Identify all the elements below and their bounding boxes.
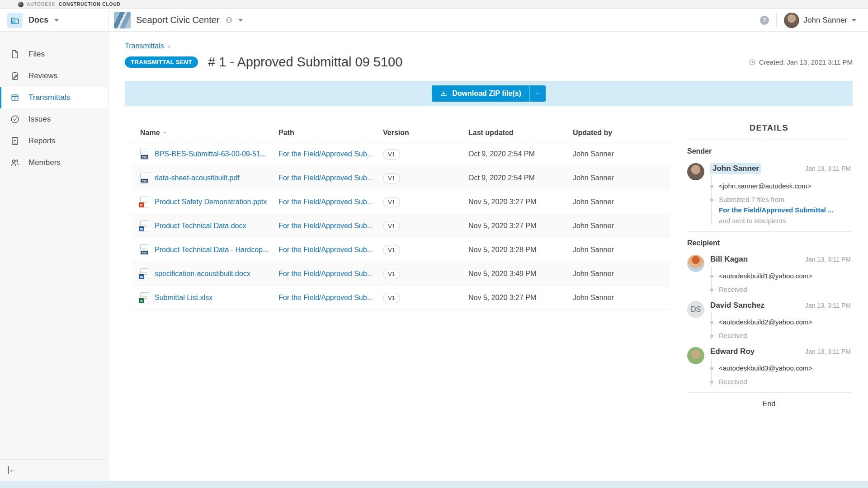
file-name-link[interactable]: specification-acoustibuilt.docx: [155, 270, 250, 278]
column-header-name[interactable]: Name: [133, 129, 271, 137]
sidebar-item-members[interactable]: Members: [0, 152, 108, 174]
file-name-link[interactable]: BPS-BES-Submittal-63-00-09-51...: [155, 150, 266, 158]
recipient-name: Bill Kagan: [710, 255, 748, 264]
divider: [687, 140, 851, 140]
last-updated-cell: Oct 9, 2020 2:54 PM: [461, 150, 566, 158]
recipient-avatar-initials: DS: [687, 301, 704, 318]
column-header-version[interactable]: Version: [376, 129, 461, 137]
sidebar-item-files[interactable]: Files: [0, 43, 108, 65]
pptx-file-icon: [140, 197, 149, 207]
chevron-right-icon: ›: [168, 42, 171, 51]
version-badge: V1: [383, 269, 400, 279]
chevron-down-icon: [54, 19, 59, 22]
last-updated-cell: Nov 5, 2020 3:28 PM: [461, 246, 566, 254]
sidebar-item-reviews[interactable]: Reviews: [0, 65, 108, 87]
file-path-link[interactable]: For the Field/Approved Sub...: [278, 174, 373, 182]
help-icon[interactable]: ?: [760, 16, 769, 25]
version-badge: V1: [383, 221, 400, 231]
version-badge: V1: [383, 245, 400, 255]
breadcrumb-transmittals-link[interactable]: Transmittals: [125, 42, 164, 50]
file-name-link[interactable]: Submittal List.xlsx: [155, 294, 212, 302]
recipient-name: Edward Roy: [710, 347, 755, 356]
created-timestamp: Created: Jan 13, 2021 3:11 PM: [749, 58, 853, 66]
sender-sent-text: and sent to Recipients: [719, 217, 851, 225]
table-row[interactable]: specification-acoustibuilt.docx For the …: [133, 262, 670, 286]
file-name-link[interactable]: Product Safety Demonstration.pptx: [155, 198, 267, 206]
recipient-time: Jan 13, 3:11 PM: [805, 256, 851, 263]
version-badge: V1: [383, 293, 400, 303]
sidebar-item-label: Members: [28, 158, 61, 167]
download-icon: [440, 90, 448, 98]
sidebar-item-reports[interactable]: Reports: [0, 130, 108, 152]
sender-section-label: Sender: [687, 147, 851, 155]
sidebar: Files Reviews Transmittals Issues Report…: [0, 32, 108, 481]
brand-bar: AUTODESK CONSTRUCTION CLOUD: [0, 0, 868, 9]
report-chart-icon: [10, 136, 20, 146]
column-header-updated-by[interactable]: Updated by: [566, 129, 670, 137]
chevron-down-icon: [852, 19, 856, 22]
updated-by-cell: John Sanner: [566, 222, 670, 230]
pdf-file-icon: [140, 244, 149, 255]
table-row[interactable]: Product Safety Demonstration.pptx For th…: [133, 190, 670, 214]
recipient-email: <autodeskbuild2@yahoo.com>: [719, 312, 851, 326]
app-header: Docs Seaport Civic Center ? John Sanner: [0, 9, 868, 32]
brand-construction-cloud: CONSTRUCTION CLOUD: [59, 2, 121, 7]
pdf-file-icon: [140, 149, 149, 160]
version-badge: V1: [383, 149, 400, 160]
project-switcher[interactable]: Seaport Civic Center: [108, 12, 243, 28]
sender-time: Jan 13, 3:11 PM: [805, 165, 851, 172]
column-header-last-updated[interactable]: Last updated: [461, 129, 566, 137]
file-path-link[interactable]: For the Field/Approved Sub...: [278, 198, 373, 206]
sender-avatar: [687, 163, 704, 180]
project-name: Seaport Civic Center: [136, 15, 220, 25]
file-name-link[interactable]: Product Technical Data - Hardcop...: [155, 246, 269, 254]
file-path-link[interactable]: For the Field/Approved Sub...: [278, 294, 373, 301]
updated-by-cell: John Sanner: [566, 270, 670, 278]
details-title: DETAILS: [687, 123, 851, 133]
docx-file-icon: [140, 268, 149, 279]
transmittal-tray-icon: [10, 93, 20, 103]
file-path-link[interactable]: For the Field/Approved Sub...: [278, 150, 373, 158]
sender-folder-link[interactable]: For the Field/Approved Submittal ...: [719, 206, 851, 214]
download-options-button[interactable]: [529, 85, 546, 102]
collapse-sidebar-icon[interactable]: |←: [7, 465, 16, 474]
sidebar-item-issues[interactable]: Issues: [0, 108, 108, 130]
updated-by-cell: John Sanner: [566, 246, 670, 254]
end-label: End: [687, 400, 851, 408]
file-path-link[interactable]: For the Field/Approved Sub...: [278, 270, 373, 277]
table-row[interactable]: data-sheet-acoustibuilt.pdf For the Fiel…: [133, 166, 670, 190]
table-row[interactable]: Product Technical Data - Hardcop... For …: [133, 238, 670, 262]
sidebar-item-label: Issues: [28, 115, 51, 124]
product-switcher[interactable]: Docs: [0, 9, 108, 31]
last-updated-cell: Oct 9, 2020 2:54 PM: [461, 174, 566, 182]
user-menu[interactable]: John Sanner: [784, 13, 856, 28]
recipient-time: Jan 13, 3:11 PM: [805, 348, 851, 355]
last-updated-cell: Nov 5, 2020 3:49 PM: [461, 270, 566, 278]
recipient-timeline: <autodeskbuild1@yahoo.com> Received: [711, 266, 851, 293]
breadcrumb: Transmittals ›: [125, 42, 853, 51]
recipient-section-label: Recipient: [687, 239, 851, 247]
file-name-link[interactable]: Product Technical Data.docx: [155, 222, 246, 230]
docs-product-icon: [7, 13, 23, 28]
brand-autodesk: AUTODESK: [27, 2, 56, 7]
chevron-down-icon: [535, 91, 540, 96]
recipient-status: Received: [719, 280, 851, 293]
clock-icon: [749, 59, 756, 66]
table-row[interactable]: Submittal List.xlsx For the Field/Approv…: [133, 286, 670, 310]
page-title: # 1 - Approved Submittal 09 5100: [208, 55, 402, 70]
file-name-link[interactable]: data-sheet-acoustibuilt.pdf: [155, 174, 240, 182]
header-right: ? John Sanner: [760, 13, 868, 28]
globe-icon: [225, 16, 233, 24]
file-path-link[interactable]: For the Field/Approved Sub...: [278, 246, 373, 253]
status-badge: TRANSMITTAL SENT: [125, 56, 198, 68]
sidebar-item-transmittals[interactable]: Transmittals: [0, 87, 108, 108]
download-zip-button[interactable]: Download ZIP file(s): [432, 85, 529, 102]
recipient-status: Received: [719, 372, 851, 385]
sidebar-item-label: Transmittals: [28, 93, 70, 102]
download-zip-split-button: Download ZIP file(s): [432, 85, 546, 102]
updated-by-cell: John Sanner: [566, 150, 670, 158]
table-row[interactable]: Product Technical Data.docx For the Fiel…: [133, 214, 670, 238]
file-path-link[interactable]: For the Field/Approved Sub...: [278, 222, 373, 230]
column-header-path[interactable]: Path: [271, 129, 376, 137]
table-row[interactable]: BPS-BES-Submittal-63-00-09-51... For the…: [133, 142, 670, 166]
